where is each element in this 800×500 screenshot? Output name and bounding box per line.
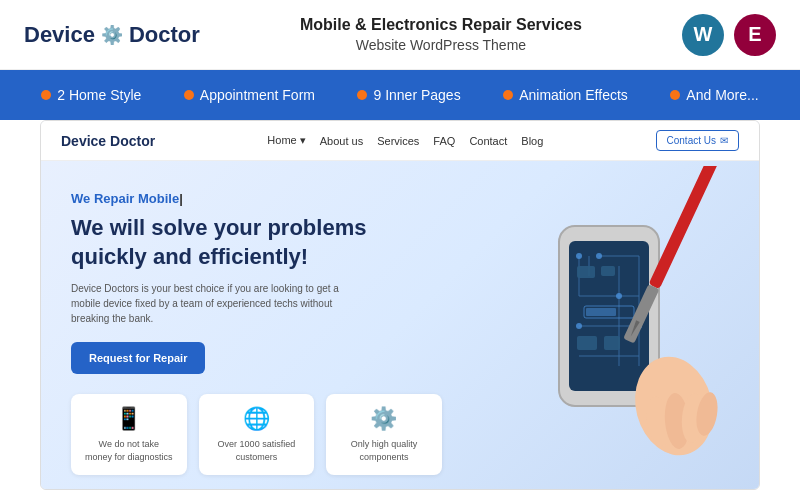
hero-section: We Repair Mobile| We will solve your pro… [41,161,759,490]
feature-animation: Animation Effects [503,87,628,103]
preview-nav: Device Doctor Home ▾ About us Services F… [41,121,759,161]
preview-logo-text: Device Doctor [61,133,155,149]
feature-more-label: And More... [686,87,758,103]
header-icons: W E [682,14,776,56]
logo-gear-icon: ⚙️ [101,24,123,46]
feature-more: And More... [670,87,758,103]
feature-cards: 📱 We do not take money for diagnostics 🌐… [71,394,442,475]
preview-contact-label: Contact Us [667,135,716,146]
svg-point-14 [576,323,582,329]
hero-image [479,171,739,461]
preview-nav-blog[interactable]: Blog [521,135,543,147]
hero-subtitle-highlight: Mobile [138,191,179,206]
svg-point-11 [596,253,602,259]
feature-card-diagnostics: 📱 We do not take money for diagnostics [71,394,187,475]
feature-animation-label: Animation Effects [519,87,628,103]
svg-rect-21 [649,166,719,289]
preview-contact-button[interactable]: Contact Us ✉ [656,130,739,151]
feature-dot-animation [503,90,513,100]
feature-dot-appointment [184,90,194,100]
svg-rect-20 [604,336,620,350]
logo-text-doctor: Doctor [129,22,200,48]
feature-home-label: 2 Home Style [57,87,141,103]
preview-container: Device Doctor Home ▾ About us Services F… [40,120,760,490]
feature-card-customers-text: Over 1000 satisfied customers [213,438,301,463]
feature-card-components: ⚙️ Only high quality components [326,394,442,475]
hero-title: We will solve your problems quickly and … [71,214,442,271]
hero-cursor: | [179,191,183,206]
header-title-sub: Website WordPress Theme [300,36,582,56]
feature-card-components-text: Only high quality components [340,438,428,463]
envelope-icon: ✉ [720,135,728,146]
elementor-icon[interactable]: E [734,14,776,56]
feature-inner-pages: 9 Inner Pages [357,87,460,103]
hero-subtitle: We Repair Mobile| [71,191,442,206]
logo-text-device: Device [24,22,95,48]
svg-rect-16 [586,308,616,316]
feature-card-customers: 🌐 Over 1000 satisfied customers [199,394,315,475]
wordpress-icon[interactable]: W [682,14,724,56]
preview-nav-about[interactable]: About us [320,135,363,147]
hero-content: We Repair Mobile| We will solve your pro… [41,161,472,490]
header-title-main: Mobile & Electronics Repair Services [300,14,582,36]
gear-icon: ⚙️ [340,406,428,432]
preview-logo: Device Doctor [61,133,155,149]
hero-subtitle-prefix: We Repair [71,191,138,206]
hero-description: Device Doctors is your best choice if yo… [71,281,351,326]
svg-rect-18 [601,266,615,276]
svg-rect-19 [577,336,597,350]
feature-home-style: 2 Home Style [41,87,141,103]
preview-nav-contact[interactable]: Contact [469,135,507,147]
globe-icon: 🌐 [213,406,301,432]
preview-nav-home[interactable]: Home ▾ [267,134,305,147]
feature-appointment-label: Appointment Form [200,87,315,103]
feature-card-diagnostics-text: We do not take money for diagnostics [85,438,173,463]
feature-dot-more [670,90,680,100]
svg-point-12 [616,293,622,299]
feature-appointment: Appointment Form [184,87,315,103]
phone-icon: 📱 [85,406,173,432]
svg-rect-17 [577,266,595,278]
feature-dot-home [41,90,51,100]
feature-bar: 2 Home Style Appointment Form 9 Inner Pa… [0,70,800,120]
preview-nav-services[interactable]: Services [377,135,419,147]
logo: Device ⚙️ Doctor [24,22,200,48]
repair-illustration [489,166,729,466]
page-header: Device ⚙️ Doctor Mobile & Electronics Re… [0,0,800,70]
preview-nav-faq[interactable]: FAQ [433,135,455,147]
svg-point-10 [576,253,582,259]
preview-nav-links: Home ▾ About us Services FAQ Contact Blo… [267,134,543,147]
feature-inner-label: 9 Inner Pages [373,87,460,103]
feature-dot-inner [357,90,367,100]
hero-cta-button[interactable]: Request for Repair [71,342,205,374]
header-center: Mobile & Electronics Repair Services Web… [300,14,582,56]
